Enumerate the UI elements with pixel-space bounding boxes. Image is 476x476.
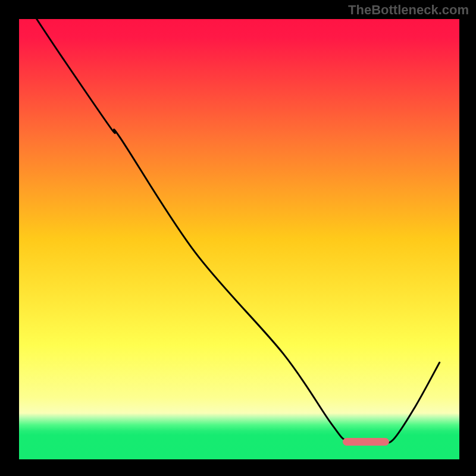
chart-root: TheBottleneck.com: [0, 0, 476, 476]
optimal-range-pill: [343, 438, 389, 446]
curve-path: [37, 19, 440, 443]
watermark-text: TheBottleneck.com: [348, 2, 469, 18]
bottleneck-curve: [19, 19, 459, 459]
plot-area: [19, 19, 459, 459]
